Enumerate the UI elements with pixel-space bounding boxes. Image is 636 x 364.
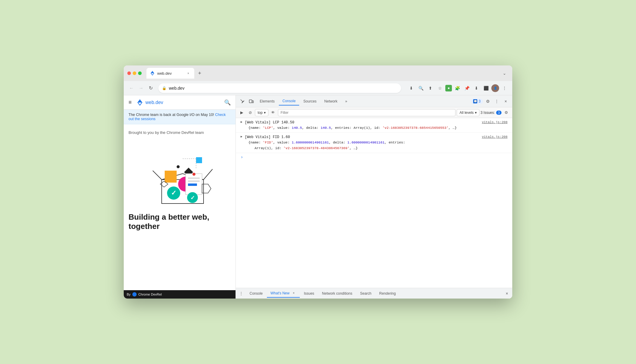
svg-point-12 [177, 165, 180, 168]
play-button[interactable]: ▶ [238, 109, 245, 116]
bottom-close-button[interactable]: × [503, 289, 511, 298]
devtools-tabs: Elements Console Sources Network » 💬 3 ⚙… [236, 95, 512, 107]
svg-line-6 [153, 171, 162, 180]
more-button[interactable]: ⋮ [500, 84, 509, 92]
console-link-1[interactable]: vitals.js:208 [482, 120, 507, 125]
webpage: ≡ web.dev 🔍 The Chrome team is back at G… [124, 95, 236, 299]
console-detail-1g: , entries: Array(1), id: [331, 126, 383, 130]
save-button[interactable]: ⬇ [472, 84, 481, 92]
console-link-2[interactable]: vitals.js:208 [482, 134, 507, 140]
hamburger-icon[interactable]: ≡ [129, 99, 132, 105]
svg-rect-27 [249, 100, 252, 103]
console-detail-2c: , value: [273, 140, 292, 144]
console-prompt: › [236, 153, 512, 161]
extensions-button[interactable]: 🧩 [453, 84, 461, 92]
maximize-traffic-light[interactable] [138, 71, 142, 75]
star-button[interactable]: ☆ [436, 84, 444, 92]
console-detail-1e: , delta: [302, 126, 321, 130]
url-bar[interactable]: 🔒 web.dev [158, 83, 401, 93]
tab-elements[interactable]: Elements [256, 97, 278, 105]
console-detail-1f: 140.5 [321, 126, 331, 130]
bottom-tab-rendering[interactable]: Rendering [376, 289, 399, 298]
tooltip-brand: Chrome DevRel [138, 293, 162, 296]
issues-count-display: 3 Issues: 3 [481, 111, 502, 115]
console-settings-button[interactable]: ⚙ [503, 109, 510, 116]
extension-green[interactable]: ■ [445, 85, 452, 91]
issues-count: 3 [478, 99, 481, 103]
back-button[interactable]: ← [127, 84, 136, 92]
tab-more[interactable]: » [342, 97, 351, 105]
page-search-icon[interactable]: 🔍 [224, 99, 231, 106]
context-selector[interactable]: top ▾ [255, 109, 268, 116]
filter-input[interactable] [278, 109, 456, 116]
tab-favicon [150, 71, 155, 76]
download-button[interactable]: ⬇ [407, 84, 415, 92]
console-toolbar: ▶ ⊘ top ▾ 👁 All levels ▾ 3 Issues: 3 ⚙ [236, 107, 512, 118]
devtools-settings-button[interactable]: ⚙ [484, 97, 492, 105]
expand-arrow-1[interactable]: ▶ [241, 120, 242, 124]
title-bar: web.dev × + ⌄ [124, 65, 512, 81]
tab-dropdown-button[interactable]: ⌄ [500, 69, 509, 77]
bottom-tab-issues[interactable]: Issues [300, 289, 318, 298]
svg-text:✓: ✓ [171, 189, 176, 197]
inspect-element-button[interactable] [238, 97, 247, 105]
illustration: ✓ ✓ [144, 141, 215, 207]
devtools-more-button[interactable]: ⋮ [493, 97, 501, 105]
console-detail-2a: {name: [248, 140, 263, 144]
announcement-bar: The Chrome team is back at Google I/O on… [124, 110, 236, 124]
svg-point-26 [132, 292, 137, 296]
tooltip-logo [132, 292, 137, 296]
profile-avatar[interactable]: 👤 [491, 84, 499, 92]
forward-button[interactable]: → [137, 84, 145, 92]
search-button[interactable]: 🔍 [417, 84, 425, 92]
bottom-tab-console[interactable]: Console [246, 289, 266, 298]
tab-network[interactable]: Network [321, 97, 341, 105]
bottom-tab-network-conditions[interactable]: Network conditions [318, 289, 356, 298]
devtools-bottom-tabs: ⋮ Console What's New × Issues Network co… [236, 288, 512, 299]
tooltip-text: By [127, 293, 131, 296]
console-detail-1d: 140.5 [292, 126, 302, 130]
console-detail-2d: 1.6000000014901161 [292, 140, 329, 144]
active-tab[interactable]: web.dev × [146, 68, 194, 79]
tab-close-button[interactable]: × [186, 71, 191, 76]
refresh-button[interactable]: ↻ [146, 84, 155, 92]
issues-badge-count: 3 [496, 111, 502, 115]
address-actions: ⬇ 🔍 ⬆ ☆ ■ 🧩 📌 ⬇ ⬛ 👤 ⋮ [407, 84, 509, 92]
context-dropdown-icon: ▾ [264, 111, 266, 115]
minimize-traffic-light[interactable] [133, 71, 136, 75]
eye-button[interactable]: 👁 [270, 109, 277, 116]
close-traffic-light[interactable] [127, 71, 131, 75]
console-detail-1i: , …} [449, 126, 457, 130]
bottom-tabs-more[interactable]: ⋮ [237, 289, 245, 298]
whats-new-close[interactable]: × [291, 291, 296, 296]
device-toggle-button[interactable] [247, 97, 256, 105]
brand-text: web.dev [146, 100, 163, 105]
block-button[interactable]: ⊘ [247, 109, 254, 116]
console-output: ▶ [Web Vitals] LCP 140.50 vitals.js:208 … [236, 118, 512, 288]
pin-button[interactable]: 📌 [463, 84, 471, 92]
tab-bar: web.dev × + ⌄ [146, 68, 509, 79]
levels-selector[interactable]: All levels ▾ [457, 109, 479, 116]
context-label: top [258, 111, 263, 115]
console-detail-2f: 1.6000000014901161 [347, 140, 384, 144]
page-header: ≡ web.dev 🔍 [124, 95, 236, 110]
levels-label: All levels [459, 111, 473, 115]
tab-sources[interactable]: Sources [300, 97, 320, 105]
illustration-area: Brought to you by the Chrome DevRel team [124, 124, 236, 212]
devtools-close-button[interactable]: × [502, 97, 510, 105]
console-detail-2i: 'v2-1683052397378-4843864567369' [283, 146, 349, 150]
split-button[interactable]: ⬛ [482, 84, 490, 92]
share-button[interactable]: ⬆ [426, 84, 435, 92]
expand-arrow-2[interactable]: ▶ [241, 135, 242, 138]
console-detail-2e: , delta: [329, 140, 347, 144]
bottom-tab-search[interactable]: Search [357, 289, 375, 298]
new-tab-button[interactable]: + [195, 69, 204, 77]
bottom-tab-whats-new[interactable]: What's New × [267, 289, 300, 298]
tab-console[interactable]: Console [279, 97, 299, 105]
prompt-arrow: › [241, 155, 243, 160]
levels-dropdown-icon: ▾ [475, 111, 477, 115]
issues-badge[interactable]: 💬 3 [471, 99, 483, 104]
console-entry-2: ▶ [Web Vitals] FID 1.60 vitals.js:208 {n… [236, 133, 512, 153]
browser-window: web.dev × + ⌄ ← → ↻ 🔒 web.dev ⬇ 🔍 ⬆ ☆ ■ … [124, 65, 512, 299]
console-detail-2b: 'FID' [263, 140, 273, 144]
